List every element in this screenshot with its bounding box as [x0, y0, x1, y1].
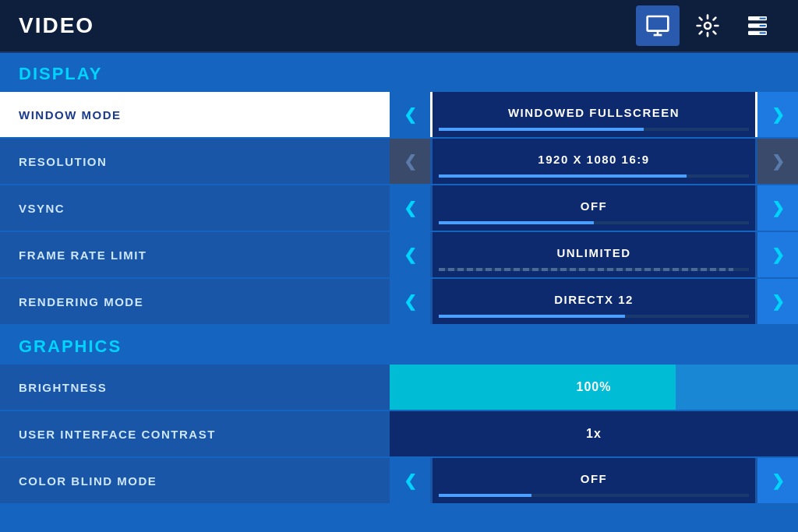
display-section-header: DISPLAY	[0, 53, 798, 92]
frame-rate-value: UNLIMITED	[556, 246, 630, 259]
contrast-label: USER INTERFACE CONTRAST	[0, 411, 390, 456]
window-mode-next[interactable]: ❯	[757, 92, 798, 137]
colorblind-progress	[439, 494, 749, 497]
vsync-label: VSYNC	[0, 185, 390, 231]
resolution-fill	[439, 174, 687, 178]
window-mode-row: WINDOW MODE ❮ WINDOWED FULLSCREEN ❯	[0, 92, 798, 137]
colorblind-next[interactable]: ❯	[757, 458, 798, 503]
rendering-mode-fill	[439, 315, 625, 318]
rendering-mode-value-box: DIRECTX 12	[433, 279, 755, 324]
colorblind-control: ❮ OFF ❯	[390, 458, 798, 503]
rendering-mode-control: ❮ DIRECTX 12 ❯	[390, 279, 798, 324]
resolution-label: RESOLUTION	[0, 139, 390, 184]
gear-tab[interactable]	[686, 5, 729, 46]
rendering-mode-value: DIRECTX 12	[554, 293, 634, 306]
colorblind-fill	[439, 494, 531, 497]
frame-rate-control: ❮ UNLIMITED ❯	[390, 232, 798, 277]
frame-rate-label: FRAME RATE LIMIT	[0, 232, 390, 277]
window-mode-progress	[439, 128, 749, 131]
svg-rect-0	[648, 16, 669, 31]
brightness-label: BRIGHTNESS	[0, 365, 390, 410]
frame-rate-row: FRAME RATE LIMIT ❮ UNLIMITED ❯	[0, 232, 798, 277]
colorblind-value: OFF	[581, 472, 608, 485]
contrast-value: 1x	[390, 427, 798, 441]
brightness-control[interactable]: 100%	[390, 365, 798, 410]
resolution-prev[interactable]: ❮	[390, 139, 430, 184]
colorblind-prev[interactable]: ❮	[390, 458, 430, 503]
list-tab[interactable]	[736, 5, 779, 46]
resolution-row: RESOLUTION ❮ 1920 X 1080 16:9 ❯	[0, 139, 798, 184]
brightness-row: BRIGHTNESS 100%	[0, 365, 798, 410]
vsync-value: OFF	[581, 199, 608, 213]
resolution-next[interactable]: ❯	[757, 139, 798, 184]
content: DISPLAY WINDOW MODE ❮ WINDOWED FULLSCREE…	[0, 53, 798, 532]
header: VIDEO	[0, 0, 798, 53]
vsync-control: ❮ OFF ❯	[390, 185, 798, 231]
colorblind-value-box: OFF	[433, 458, 755, 503]
rendering-mode-row: RENDERING MODE ❮ DIRECTX 12 ❯	[0, 279, 798, 324]
window-mode-fill	[439, 128, 644, 131]
contrast-control: 1x	[390, 411, 798, 456]
resolution-control: ❮ 1920 X 1080 16:9 ❯	[390, 139, 798, 184]
brightness-value: 100%	[390, 380, 798, 394]
frame-rate-prev[interactable]: ❮	[390, 232, 430, 277]
contrast-row: USER INTERFACE CONTRAST 1x	[0, 411, 798, 456]
monitor-icon	[645, 13, 670, 38]
gear-icon	[695, 13, 720, 38]
resolution-progress	[439, 174, 749, 178]
frame-rate-next[interactable]: ❯	[757, 232, 798, 277]
colorblind-label: COLOR BLIND MODE	[0, 458, 390, 503]
vsync-next[interactable]: ❯	[757, 185, 798, 231]
vsync-prev[interactable]: ❮	[390, 185, 430, 231]
vsync-value-box: OFF	[433, 185, 755, 231]
frame-rate-value-box: UNLIMITED	[433, 232, 755, 277]
page-title: VIDEO	[19, 13, 636, 38]
rendering-mode-progress	[439, 315, 749, 318]
frame-rate-fill	[439, 268, 733, 271]
rendering-mode-next[interactable]: ❯	[757, 279, 798, 324]
resolution-value: 1920 X 1080 16:9	[538, 153, 649, 166]
window-mode-control: ❮ WINDOWED FULLSCREEN ❯	[390, 92, 798, 137]
display-title: DISPLAY	[19, 64, 102, 83]
window-mode-value: WINDOWED FULLSCREEN	[508, 106, 680, 119]
rendering-mode-prev[interactable]: ❮	[390, 279, 430, 324]
window-mode-label: WINDOW MODE	[0, 92, 390, 137]
frame-rate-progress	[439, 268, 749, 271]
resolution-value-box: 1920 X 1080 16:9	[433, 139, 755, 184]
vsync-progress	[439, 221, 749, 224]
graphics-section: GRAPHICS BRIGHTNESS 100% USER INTERFACE …	[0, 326, 798, 503]
colorblind-row: COLOR BLIND MODE ❮ OFF ❯	[0, 458, 798, 503]
list-icon	[745, 13, 770, 38]
window-mode-prev[interactable]: ❮	[390, 92, 430, 137]
header-icons	[636, 5, 779, 46]
rendering-mode-label: RENDERING MODE	[0, 279, 390, 324]
graphics-section-header: GRAPHICS	[0, 326, 798, 365]
vsync-fill	[439, 221, 594, 224]
window-mode-value-box: WINDOWED FULLSCREEN	[433, 92, 755, 137]
svg-point-3	[704, 23, 711, 29]
vsync-row: VSYNC ❮ OFF ❯	[0, 185, 798, 231]
monitor-tab[interactable]	[636, 5, 680, 46]
graphics-title: GRAPHICS	[19, 336, 122, 356]
display-section: DISPLAY WINDOW MODE ❮ WINDOWED FULLSCREE…	[0, 53, 798, 324]
